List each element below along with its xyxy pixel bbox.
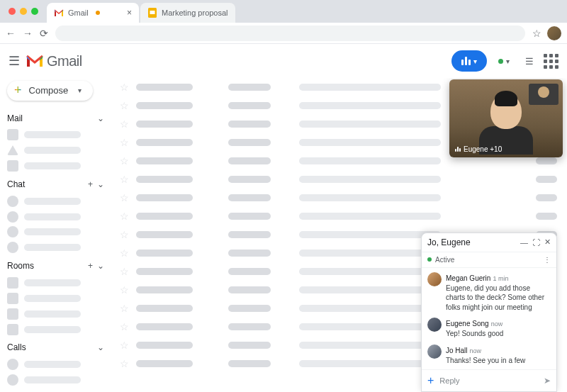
main-menu-icon[interactable]: ☰ — [9, 53, 20, 69]
chevron-down-icon[interactable]: ⌄ — [97, 342, 104, 352]
sidebar-call-item[interactable] — [7, 358, 104, 371]
sidebar-mail-item[interactable] — [7, 159, 104, 172]
sidebar-mail-item[interactable] — [7, 129, 104, 142]
plus-icon[interactable]: + — [88, 179, 93, 189]
star-icon[interactable]: ☆ — [120, 211, 129, 222]
inbox-row[interactable]: ☆ — [117, 207, 560, 225]
profile-avatar[interactable] — [547, 26, 561, 40]
star-icon[interactable]: ☆ — [120, 174, 129, 185]
compose-button[interactable]: + Compose ▾ — [7, 81, 93, 101]
sidebar-section-rooms[interactable]: Rooms +⌄ — [7, 261, 104, 271]
browser-tab-docs[interactable]: Marketing proposal — [140, 3, 235, 23]
star-icon[interactable]: ☆ — [120, 229, 129, 240]
audio-bars-icon — [461, 57, 471, 65]
sidebar-room-item[interactable] — [7, 276, 104, 289]
address-bar[interactable] — [55, 26, 525, 41]
sidebar-chat-item[interactable] — [7, 211, 104, 223]
reply-input[interactable]: Reply — [439, 376, 538, 385]
reload-icon[interactable]: ⟳ — [40, 28, 48, 39]
message-sender: Megan Guerin — [446, 274, 490, 282]
meet-join-button[interactable]: ▾ — [451, 50, 487, 72]
chevron-down-icon: ▾ — [506, 57, 510, 65]
message-sender: Eugene Song — [446, 320, 489, 327]
split-pane-icon[interactable]: ☰ — [525, 56, 534, 67]
window-controls[interactable] — [9, 8, 38, 15]
status-label: Active — [435, 256, 454, 264]
fullscreen-icon[interactable]: ⛶ — [532, 238, 540, 247]
avatar[interactable] — [427, 318, 442, 332]
chevron-down-icon[interactable]: ⌄ — [97, 261, 104, 271]
sidebar-section-mail[interactable]: Mail ⌄ — [7, 113, 104, 123]
back-icon[interactable]: ← — [6, 28, 16, 39]
star-icon[interactable]: ☆ — [120, 340, 129, 351]
tab-label: Marketing proposal — [162, 9, 228, 17]
star-icon[interactable]: ☆ — [120, 100, 129, 111]
chat-message: Megan Guerin1 min Eugene, did you add th… — [427, 272, 551, 313]
chat-compose-bar: + Reply ➤ — [422, 369, 556, 391]
avatar[interactable] — [427, 272, 442, 286]
sidebar-chat-item[interactable] — [7, 241, 104, 254]
chat-popup: Jo, Eugene — ⛶ ✕ Active ⋮ Megan Guerin1 … — [421, 233, 557, 393]
status-selector[interactable]: ▾ — [498, 57, 510, 65]
star-icon[interactable]: ☆ — [120, 358, 129, 369]
more-icon[interactable]: ⋮ — [544, 256, 551, 264]
chevron-down-icon: ▾ — [473, 57, 477, 65]
sidebar-room-item[interactable] — [7, 323, 104, 336]
section-label: Chat — [7, 179, 25, 189]
inbox-content: ☆ ☆ ☆ ☆ ☆ ☆ ☆ ☆ ☆ ☆ ☆ ☆ ☆ ☆ ☆ ☆ Eugene +… — [110, 78, 567, 392]
plus-icon: + — [14, 83, 22, 98]
avatar[interactable] — [427, 345, 442, 359]
send-icon[interactable]: ➤ — [544, 376, 551, 386]
browser-tab-gmail[interactable]: Gmail × — [47, 3, 139, 23]
chat-message: Jo Hallnow Thanks! See you in a few — [427, 345, 551, 366]
section-label: Rooms — [7, 261, 34, 271]
sidebar-call-item[interactable] — [7, 374, 104, 386]
gmail-logo[interactable]: Gmail — [26, 53, 82, 69]
star-icon[interactable]: ☆ — [120, 155, 129, 167]
gmail-header: ☰ Gmail ▾ ▾ ☰ — [0, 44, 567, 78]
pip-self-view[interactable] — [529, 84, 558, 105]
chevron-down-icon[interactable]: ⌄ — [97, 113, 104, 123]
star-icon[interactable]: ☆ — [120, 266, 129, 277]
message-text: Yep! Sounds good — [446, 329, 551, 339]
close-tab-icon[interactable]: × — [127, 8, 132, 18]
star-icon[interactable]: ☆ — [120, 247, 129, 259]
chevron-down-icon[interactable]: ⌄ — [97, 179, 104, 189]
pip-label: Eugene +10 — [455, 145, 502, 153]
maximize-window-icon[interactable] — [31, 8, 38, 15]
star-icon[interactable]: ☆ — [120, 303, 129, 314]
slides-favicon-icon — [147, 8, 157, 18]
section-label: Mail — [7, 113, 23, 123]
bookmark-icon[interactable]: ☆ — [532, 28, 541, 39]
forward-icon[interactable]: → — [23, 28, 33, 39]
chat-header[interactable]: Jo, Eugene — ⛶ ✕ — [422, 233, 556, 252]
message-time: 1 min — [493, 275, 508, 282]
star-icon[interactable]: ☆ — [120, 137, 129, 148]
message-time: now — [491, 320, 503, 327]
minimize-window-icon[interactable] — [20, 8, 27, 15]
sidebar-mail-item[interactable] — [7, 144, 104, 157]
sidebar-section-calls[interactable]: Calls ⌄ — [7, 342, 104, 352]
sidebar-chat-item[interactable] — [7, 226, 104, 239]
sidebar-section-chat[interactable]: Chat +⌄ — [7, 179, 104, 189]
minimize-icon[interactable]: — — [520, 238, 528, 247]
close-window-icon[interactable] — [9, 8, 16, 15]
sidebar-room-item[interactable] — [7, 292, 104, 305]
audio-bars-icon — [455, 147, 461, 152]
close-icon[interactable]: ✕ — [544, 237, 551, 247]
star-icon[interactable]: ☆ — [120, 118, 129, 130]
star-icon[interactable]: ☆ — [120, 321, 129, 332]
star-icon[interactable]: ☆ — [120, 192, 129, 203]
inbox-row[interactable]: ☆ — [117, 189, 560, 207]
star-icon[interactable]: ☆ — [120, 284, 129, 296]
sidebar-chat-item[interactable] — [7, 195, 104, 208]
apps-launcher-icon[interactable] — [544, 54, 558, 69]
plus-icon[interactable]: + — [88, 261, 93, 271]
attach-plus-icon[interactable]: + — [427, 374, 434, 387]
video-call-pip[interactable]: Eugene +10 — [449, 79, 563, 157]
star-icon[interactable]: ☆ — [120, 82, 129, 93]
browser-toolbar: ← → ⟳ ☆ — [0, 23, 567, 44]
inbox-row[interactable]: ☆ — [117, 170, 560, 189]
status-active-icon — [498, 59, 503, 64]
sidebar-room-item[interactable] — [7, 308, 104, 320]
